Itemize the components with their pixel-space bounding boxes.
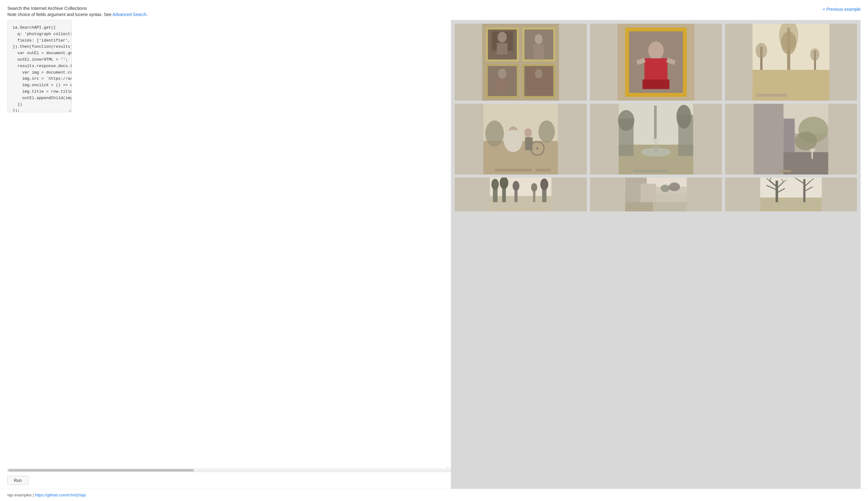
svg-rect-98	[760, 198, 822, 211]
svg-point-83	[513, 181, 520, 191]
subtitle-prefix: Note choice of fields argument and lucen…	[7, 12, 112, 17]
svg-point-33	[756, 43, 767, 58]
photo-2-svg	[590, 24, 722, 100]
subtitle-suffix: .	[147, 12, 148, 17]
svg-point-85	[531, 183, 538, 192]
svg-point-94	[660, 185, 670, 192]
previous-example-link[interactable]: < Previous example	[823, 6, 861, 12]
run-button-area: Run	[7, 472, 451, 489]
resize-handle[interactable]: ⌟	[447, 464, 450, 468]
photo-4-svg	[455, 104, 587, 174]
svg-point-43	[504, 130, 523, 152]
footer: iajs examples | https://github.com/rchrd…	[0, 489, 868, 501]
svg-point-87	[540, 179, 549, 190]
photo-5-svg	[590, 104, 722, 174]
main-content: ia.SearchAPI.get({ q: 'photograph collec…	[0, 20, 868, 489]
top-bar: Search the Internet Archive Collections …	[0, 0, 868, 20]
photo-results-panel	[451, 20, 861, 489]
svg-point-31	[781, 31, 796, 54]
scrollbar-thumb	[8, 469, 194, 471]
photo-7-svg	[455, 178, 587, 211]
svg-point-79	[491, 179, 499, 190]
svg-point-21	[648, 42, 663, 60]
run-button[interactable]: Run	[7, 476, 28, 485]
svg-point-47	[536, 147, 539, 150]
photo-item[interactable]	[725, 24, 857, 100]
svg-point-4	[498, 32, 507, 42]
svg-rect-71	[811, 151, 813, 159]
photo-9-svg	[725, 178, 857, 211]
photo-6-svg	[725, 104, 857, 174]
photo-item[interactable]	[455, 24, 587, 100]
svg-point-44	[524, 128, 532, 137]
svg-rect-5	[497, 43, 508, 55]
page-title: Search the Internet Archive Collections	[7, 6, 823, 11]
photo-item[interactable]	[455, 104, 587, 174]
svg-rect-45	[525, 137, 533, 150]
svg-rect-74	[780, 170, 791, 172]
photo-1-svg	[455, 24, 587, 100]
svg-rect-48	[495, 169, 532, 171]
svg-rect-17	[534, 79, 544, 94]
svg-rect-49	[535, 169, 550, 171]
code-editor-wrapper: ia.SearchAPI.get({ q: 'photograph collec…	[7, 20, 451, 468]
svg-rect-13	[497, 79, 508, 94]
svg-rect-59	[654, 145, 657, 152]
page-subtitle: Note choice of fields argument and lucen…	[7, 12, 823, 17]
svg-rect-66	[753, 104, 783, 174]
svg-rect-57	[654, 106, 657, 139]
svg-point-8	[535, 34, 543, 44]
photo-grid	[455, 24, 857, 211]
svg-point-40	[485, 120, 504, 147]
footer-text: iajs examples |	[7, 493, 35, 497]
svg-rect-36	[756, 94, 787, 97]
photo-item[interactable]	[590, 24, 722, 100]
svg-point-70	[795, 132, 817, 150]
left-panel: ia.SearchAPI.get({ q: 'photograph collec…	[7, 20, 451, 489]
advanced-search-link[interactable]: Advanced Search	[112, 12, 147, 17]
photo-item[interactable]	[590, 104, 722, 174]
header-left: Search the Internet Archive Collections …	[7, 6, 823, 17]
photo-item[interactable]	[590, 178, 722, 211]
svg-point-54	[618, 110, 634, 131]
photo-item[interactable]	[725, 178, 857, 211]
photo-3-svg	[725, 24, 857, 100]
svg-point-56	[676, 105, 691, 129]
svg-point-95	[669, 182, 680, 191]
photo-item[interactable]	[455, 178, 587, 211]
code-editor[interactable]: ia.SearchAPI.get({ q: 'photograph collec…	[7, 20, 72, 112]
svg-point-35	[810, 48, 820, 61]
svg-rect-23	[642, 79, 669, 89]
svg-point-16	[535, 69, 543, 78]
svg-point-12	[498, 68, 507, 79]
github-link[interactable]: https://github.com/rchrd2/iajs	[35, 493, 86, 497]
svg-point-72	[810, 148, 814, 152]
photo-8-svg	[590, 178, 722, 211]
photo-item[interactable]	[725, 104, 857, 174]
svg-rect-9	[533, 44, 544, 60]
svg-rect-93	[653, 187, 686, 211]
horizontal-scrollbar[interactable]	[7, 468, 451, 472]
svg-rect-73	[811, 149, 816, 150]
svg-rect-99	[775, 181, 778, 202]
svg-point-41	[539, 120, 555, 143]
svg-rect-63	[633, 170, 667, 172]
